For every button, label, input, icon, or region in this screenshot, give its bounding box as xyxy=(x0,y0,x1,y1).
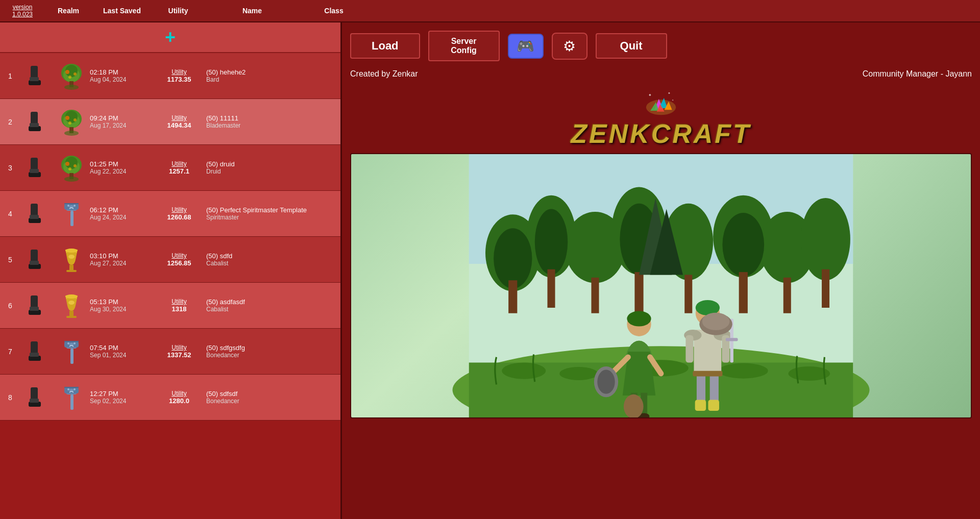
char-time: 05:13 PM xyxy=(90,298,156,306)
svg-text:✦: ✦ xyxy=(648,93,652,98)
col-header-class: Class xyxy=(303,7,364,15)
main-content: + 1 02:18 PM Aug 04, 2024 xyxy=(0,22,980,519)
gem-graphic: ✦ ✦ ✦ xyxy=(635,83,687,123)
character-row-7[interactable]: 7 07:54 PM Sep 01, 2024 Uti xyxy=(0,329,340,375)
forest-scene-svg xyxy=(351,154,971,417)
char-index: 7 xyxy=(4,348,16,356)
svg-point-42 xyxy=(74,205,76,207)
char-utility: Utility 1173.35 xyxy=(156,68,202,83)
svg-rect-135 xyxy=(685,335,693,363)
char-time: 06:12 PM xyxy=(90,206,156,214)
col-header-realm: Realm xyxy=(48,7,89,15)
char-boot-icon xyxy=(20,200,49,228)
svg-point-99 xyxy=(722,213,764,277)
char-class-icon xyxy=(57,62,86,90)
char-utility-value: 1337.52 xyxy=(156,351,202,359)
char-index: 1 xyxy=(4,72,16,80)
char-date: Aug 17, 2024 xyxy=(90,122,156,129)
char-name: (50) sdfsdf xyxy=(206,390,336,398)
settings-button[interactable]: ⚙ xyxy=(552,33,587,60)
char-class-icon xyxy=(57,383,86,412)
quit-button[interactable]: Quit xyxy=(596,33,667,59)
char-index: 2 xyxy=(4,118,16,126)
char-info: (50) 11111 Blademaster xyxy=(202,114,336,129)
svg-rect-140 xyxy=(710,373,719,403)
svg-point-129 xyxy=(624,394,644,417)
svg-point-65 xyxy=(67,342,69,344)
svg-point-41 xyxy=(67,205,69,207)
char-datetime: 12:27 PM Sep 02, 2024 xyxy=(90,390,156,405)
svg-point-75 xyxy=(67,388,69,390)
svg-point-95 xyxy=(801,198,850,280)
char-utility: Utility 1280.0 xyxy=(156,390,202,405)
svg-rect-141 xyxy=(695,400,706,411)
svg-point-124 xyxy=(597,369,615,393)
char-info: (50) sdfgsdfg Bonedancer xyxy=(202,344,336,359)
svg-rect-45 xyxy=(30,261,39,265)
char-name: (50) sdfd xyxy=(206,252,336,260)
char-class-icon xyxy=(57,337,86,366)
char-name: (50) 11111 xyxy=(206,114,336,122)
char-info: (50) sdfsdf Bonedancer xyxy=(202,390,336,405)
svg-point-31 xyxy=(74,164,77,167)
char-time: 07:54 PM xyxy=(90,344,156,352)
svg-rect-71 xyxy=(70,394,74,410)
character-row-2[interactable]: 2 09:24 PM Aug 17, 2024 Utility xyxy=(0,99,340,145)
server-config-button[interactable]: Server Config xyxy=(428,31,500,61)
char-utility-label: Utility xyxy=(156,206,202,213)
char-utility-value: 1318 xyxy=(156,305,202,313)
char-date: Aug 04, 2024 xyxy=(90,76,156,83)
char-utility-label: Utility xyxy=(156,114,202,121)
character-row-6[interactable]: 6 05:13 PM Aug 30, 2024 Utility 1318 xyxy=(0,283,340,329)
gear-icon: ⚙ xyxy=(563,38,576,54)
credits-row: Created by Zenkar Community Manager - Ja… xyxy=(350,69,972,79)
svg-point-30 xyxy=(65,162,69,166)
char-name: (50) Perfect Spiritmaster Template xyxy=(206,206,336,214)
char-datetime: 02:18 PM Aug 04, 2024 xyxy=(90,68,156,83)
char-name: (50) druid xyxy=(206,160,336,168)
char-utility-label: Utility xyxy=(156,252,202,259)
character-row-5[interactable]: 5 03:10 PM Aug 27, 2024 Utility 1256. xyxy=(0,237,340,283)
char-utility-value: 1257.1 xyxy=(156,167,202,175)
svg-point-19 xyxy=(65,116,69,120)
character-row-1[interactable]: 1 02:18 PM Aug 04, 2024 Utility xyxy=(0,53,340,99)
svg-point-21 xyxy=(68,121,71,125)
svg-rect-13 xyxy=(30,123,39,127)
char-datetime: 03:10 PM Aug 27, 2024 xyxy=(90,252,156,267)
svg-text:✦: ✦ xyxy=(668,91,671,95)
svg-rect-61 xyxy=(70,349,74,364)
character-row-4[interactable]: 4 06:12 PM Aug 24, 2024 Uti xyxy=(0,191,340,237)
char-boot-icon xyxy=(20,337,49,366)
char-index: 3 xyxy=(4,164,16,172)
char-boot-icon xyxy=(20,245,49,274)
char-date: Aug 30, 2024 xyxy=(90,306,156,313)
char-info: (50) asdfasdf Cabalist xyxy=(202,298,336,313)
svg-point-18 xyxy=(64,131,79,136)
char-datetime: 01:25 PM Aug 22, 2024 xyxy=(90,160,156,175)
svg-point-8 xyxy=(65,70,69,74)
char-utility: Utility 1494.34 xyxy=(156,114,202,129)
char-class-icon xyxy=(57,245,86,274)
left-panel: + 1 02:18 PM Aug 04, 2024 xyxy=(0,22,342,519)
char-utility-value: 1173.35 xyxy=(156,76,202,83)
right-panel: Load Server Config 🎮 ⚙ Quit Created by Z… xyxy=(342,22,980,519)
char-class: Blademaster xyxy=(206,122,336,129)
discord-button[interactable]: 🎮 xyxy=(508,34,544,59)
char-name: (50) hehehe2 xyxy=(206,68,336,76)
community-manager-credit: Community Manager - Jayann xyxy=(863,69,972,79)
char-utility-value: 1256.85 xyxy=(156,259,202,267)
svg-rect-46 xyxy=(69,265,74,270)
svg-text:✦: ✦ xyxy=(672,98,674,102)
character-row-8[interactable]: 8 12:27 PM Sep 02, 2024 Uti xyxy=(0,375,340,421)
char-utility: Utility 1260.68 xyxy=(156,206,202,221)
character-row-3[interactable]: 3 01:25 PM Aug 22, 2024 Utility xyxy=(0,145,340,191)
svg-rect-100 xyxy=(508,280,517,313)
char-time: 12:27 PM xyxy=(90,390,156,398)
svg-rect-143 xyxy=(693,371,722,377)
svg-point-112 xyxy=(502,363,546,379)
load-button[interactable]: Load xyxy=(350,33,420,59)
char-utility-label: Utility xyxy=(156,68,202,76)
char-datetime: 05:13 PM Aug 30, 2024 xyxy=(90,298,156,313)
add-character-button[interactable]: + xyxy=(0,22,340,53)
char-info: (50) Perfect Spiritmaster Template Spiri… xyxy=(202,206,336,221)
